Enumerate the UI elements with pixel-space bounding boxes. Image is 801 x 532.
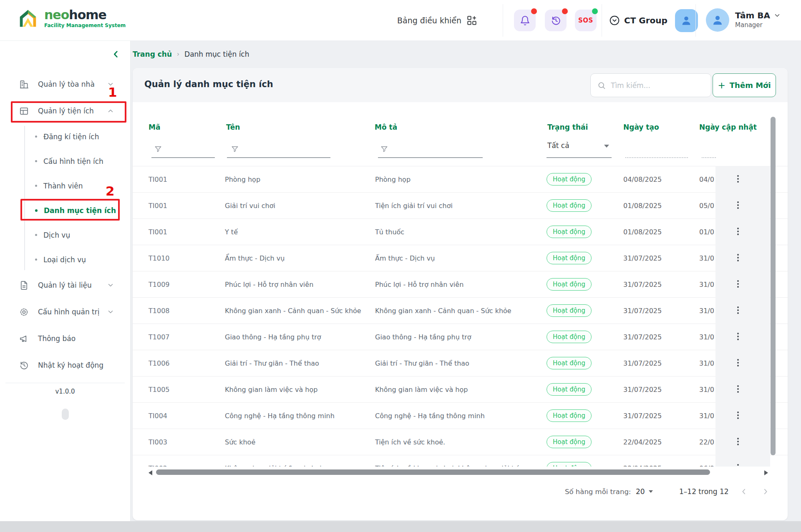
table-row[interactable]: TI004 Công nghệ - Hạ tầng thông minh Côn…: [133, 402, 788, 429]
horizontal-scrollbar[interactable]: [156, 469, 710, 475]
cell-created: 31/07/2025: [623, 333, 662, 341]
sidebar-item-cấu-hình-quản-trị[interactable]: Cấu hình quản trị: [0, 299, 130, 325]
row-actions-kebab-icon[interactable]: [733, 279, 743, 289]
sidebar-subitem-cấu-hình-tiện-ích[interactable]: Cấu hình tiện ích: [0, 149, 130, 173]
filter-input-name[interactable]: [227, 157, 330, 158]
table-row[interactable]: T1007 Giao thông - Hạ tầng phụ trợ Giao …: [133, 324, 788, 350]
sidebar-collapse-button[interactable]: [110, 48, 122, 60]
cell-created: 22/04/2025: [623, 464, 662, 467]
org-switcher[interactable]: CT Group: [609, 0, 698, 41]
table-row[interactable]: TI002 Không gian giải trí & vui chơi Tiệ…: [133, 455, 788, 467]
scroll-right-arrow[interactable]: [764, 470, 768, 475]
filter-input-desc[interactable]: [378, 157, 483, 158]
sidebar-item-thông-báo[interactable]: Thông báo: [0, 325, 130, 352]
filter-funnel-icon[interactable]: [231, 145, 239, 153]
sidebar-subitem-loại-dịch-vụ[interactable]: Loại dịch vụ: [0, 247, 130, 272]
cell-desc: Tủ thuốc: [375, 228, 544, 236]
table-row[interactable]: T1006 Giải trí - Thư giãn - Thể thao Giả…: [133, 350, 788, 376]
sidebar-item-nhật-ký-hoạt-động[interactable]: Nhật ký hoạt động: [0, 352, 130, 379]
table-row[interactable]: TI001 Y tế Tủ thuốc Hoạt động 01/08/2025…: [133, 218, 788, 245]
cell-updated: 06/0: [699, 464, 718, 467]
sos-button[interactable]: SOS: [575, 10, 597, 31]
breadcrumb: Trang chủ › Danh mục tiện ích: [133, 47, 249, 62]
table-row[interactable]: T1009 Phúc lợi - Hỗ trợ nhân viên Phúc l…: [133, 271, 788, 297]
cell-desc: Ẩm thực - Dịch vụ: [375, 254, 544, 262]
vertical-scrollbar[interactable]: [771, 117, 776, 455]
chevron-left-icon: [111, 50, 121, 59]
next-page-button[interactable]: [760, 486, 771, 497]
brand-name-home: home: [69, 8, 106, 22]
cell-created: 22/04/2025: [623, 438, 662, 446]
layout-icon: [19, 106, 29, 116]
row-actions-kebab-icon[interactable]: [733, 358, 743, 368]
notification-badge: [531, 8, 537, 14]
cell-code: T1009: [149, 281, 170, 289]
cell-desc: Không gian xanh - Cảnh quan - Sức khỏe: [375, 307, 544, 315]
cell-updated: 05/0: [699, 202, 718, 210]
notifications-button[interactable]: [514, 10, 536, 31]
column-header-desc[interactable]: Mô tả: [375, 123, 397, 131]
table-row[interactable]: T1005 Không gian làm việc và họp Không g…: [133, 376, 788, 402]
cell-name: Công nghệ - Hạ tầng thông minh: [225, 412, 335, 420]
scroll-indicator: [62, 409, 69, 420]
column-header-updated[interactable]: Ngày cập nhật: [699, 123, 757, 131]
divider: [602, 4, 602, 37]
sidebar-item-quản-lý-tiện-ích[interactable]: Quản lý tiện ích: [0, 98, 130, 124]
history-badge: [562, 8, 568, 14]
row-actions-kebab-icon[interactable]: [733, 253, 743, 263]
user-menu[interactable]: Tâm BA Manager: [706, 8, 781, 32]
previous-page-button[interactable]: [738, 486, 749, 497]
org-avatar[interactable]: [675, 9, 698, 32]
filter-input-updated[interactable]: [702, 157, 716, 158]
cell-name: Ẩm thực - Dịch vụ: [225, 254, 285, 262]
table-row[interactable]: TI001 Phòng họp Phòng họp Hoạt động 04/0…: [133, 166, 788, 192]
row-actions-kebab-icon[interactable]: [733, 410, 743, 420]
sidebar-item-quản-lý-tài-liệu[interactable]: Quản lý tài liệu: [0, 272, 130, 299]
status-filter-select[interactable]: Tất cả: [547, 141, 569, 150]
breadcrumb-current: Danh mục tiện ích: [184, 50, 249, 58]
add-new-button[interactable]: + Thêm Mới: [713, 73, 776, 97]
row-actions-kebab-icon[interactable]: [733, 463, 743, 467]
search-input[interactable]: [611, 81, 704, 90]
status-badge: Hoạt động: [547, 357, 592, 369]
row-actions-kebab-icon[interactable]: [733, 174, 743, 184]
content-card: Quản lý danh mục tiện ích + Thêm Mới Mã …: [133, 68, 788, 520]
sos-badge: [592, 8, 598, 14]
cell-code: T1010: [149, 254, 170, 262]
filter-input-created[interactable]: [625, 157, 688, 158]
column-header-status[interactable]: Trạng thái: [547, 123, 588, 131]
row-actions-kebab-icon[interactable]: [733, 437, 743, 447]
row-actions-kebab-icon[interactable]: [733, 384, 743, 394]
column-header-name[interactable]: Tên: [226, 123, 240, 131]
table-row[interactable]: T1008 Không gian xanh - Cảnh quan - Sức …: [133, 297, 788, 324]
cell-code: TI002: [149, 464, 167, 467]
filter-input-code[interactable]: [151, 157, 215, 158]
cell-desc: Giao thông - Hạ tầng phụ trợ: [375, 333, 544, 341]
logo[interactable]: neohome Facility Management System: [17, 7, 126, 30]
divider: [5, 383, 125, 383]
sidebar-subitem-dịch-vụ[interactable]: Dịch vụ: [0, 223, 130, 247]
row-actions-kebab-icon[interactable]: [733, 331, 743, 341]
row-actions-kebab-icon[interactable]: [733, 226, 743, 236]
row-actions-kebab-icon[interactable]: [733, 305, 743, 315]
app-version: v1.0.0: [0, 388, 130, 395]
cell-code: TI003: [149, 438, 167, 446]
filter-funnel-icon[interactable]: [154, 145, 162, 153]
cell-updated: 31/0: [699, 412, 718, 420]
sidebar-subitem-đăng-kí-tiện-ích[interactable]: Đăng kí tiện ích: [0, 124, 130, 149]
table-row[interactable]: TI003 Sức khoẻ Tiện ích về sức khoẻ. Hoạ…: [133, 429, 788, 455]
divider: [503, 4, 503, 37]
table-row[interactable]: T1010 Ẩm thực - Dịch vụ Ẩm thực - Dịch v…: [133, 245, 788, 271]
sidebar-subitem-danh-mục-tiện-ích[interactable]: Danh mục tiện ích: [0, 198, 130, 223]
activity-history-button[interactable]: [545, 10, 567, 31]
breadcrumb-home[interactable]: Trang chủ: [133, 50, 172, 58]
table-row[interactable]: TI001 Giải trí vui chơi Tiện ích giải tr…: [133, 192, 788, 218]
scroll-left-arrow[interactable]: [149, 470, 152, 475]
column-header-created[interactable]: Ngày tạo: [623, 123, 659, 131]
filter-funnel-icon[interactable]: [380, 145, 388, 153]
dashboard-switcher[interactable]: Bảng điều khiển: [397, 0, 477, 41]
rows-per-page-select[interactable]: 20: [636, 487, 653, 496]
column-header-code[interactable]: Mã: [149, 123, 160, 131]
plus-icon: +: [718, 80, 725, 90]
row-actions-kebab-icon[interactable]: [733, 200, 743, 210]
